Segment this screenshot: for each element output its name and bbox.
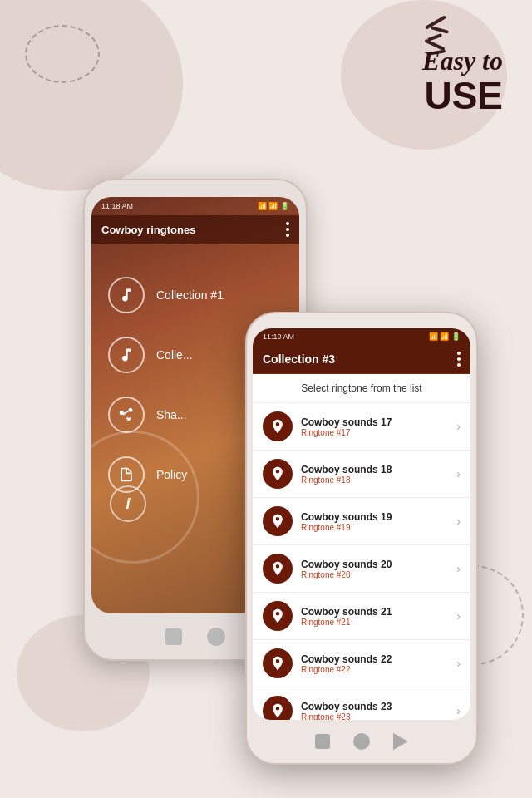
front-battery: 📶 📶 🔋	[429, 332, 461, 341]
ringtone-name: Cowboy sounds 22	[301, 653, 456, 665]
share-icon	[108, 397, 145, 433]
ringtone-item[interactable]: Cowboy sounds 22 Ringtone #22 ›	[253, 640, 470, 687]
ringtone-icon	[263, 601, 293, 631]
phone-front-screen: 11:19 AM 📶 📶 🔋 Collection #3 Select ring…	[253, 328, 470, 720]
back-nav-square[interactable]	[165, 628, 182, 645]
ringtone-chevron-right-icon: ›	[456, 609, 461, 623]
phone-back-menu-icon[interactable]	[286, 222, 289, 237]
ringtone-icon	[263, 648, 293, 678]
ringtone-info: Cowboy sounds 23 Ringtone #23	[301, 701, 456, 721]
ringtone-chevron-right-icon: ›	[456, 704, 461, 717]
collection2-icon	[108, 337, 145, 373]
phone-back-status-bar: 11:18 AM 📶 📶 🔋	[91, 197, 299, 215]
phone-back-toolbar-title: Cowboy ringtones	[101, 224, 195, 236]
ringtone-icon	[263, 696, 293, 720]
ringtone-name: Cowboy sounds 18	[301, 464, 456, 475]
ringtone-chevron-right-icon: ›	[456, 420, 461, 433]
ringtone-item[interactable]: Cowboy sounds 20 Ringtone #20 ›	[253, 545, 470, 593]
headline-easy: Easy to	[422, 46, 503, 76]
front-time: 11:19 AM	[263, 332, 294, 341]
ringtone-sub: Ringtone #17	[301, 428, 456, 437]
front-nav-home[interactable]	[353, 733, 370, 750]
back-nav-home[interactable]	[207, 628, 225, 646]
front-nav-square[interactable]	[315, 734, 330, 749]
ringtone-list: Cowboy sounds 17 Ringtone #17 › Cowboy s…	[253, 403, 470, 720]
ringtone-icon	[263, 554, 293, 584]
ringtone-item[interactable]: Cowboy sounds 19 Ringtone #19 ›	[253, 498, 470, 545]
ringtone-chevron-right-icon: ›	[456, 515, 461, 528]
ringtone-name: Cowboy sounds 17	[301, 416, 456, 428]
ringtone-name: Cowboy sounds 23	[301, 701, 456, 712]
back-menu-label-collection1: Collection #1	[156, 288, 224, 302]
phone-back-time: 11:18 AM	[101, 202, 133, 210]
front-nav-back[interactable]	[393, 733, 408, 750]
front-toolbar: Collection #3	[253, 345, 470, 374]
ringtone-icon	[263, 411, 293, 441]
info-circle[interactable]: i	[110, 485, 146, 522]
ringtone-info: Cowboy sounds 17 Ringtone #17	[301, 416, 456, 437]
phone-front-nav	[247, 720, 476, 763]
ringtone-sub: Ringtone #20	[301, 570, 456, 579]
ringtone-chevron-right-icon: ›	[456, 467, 461, 480]
ringtone-sub: Ringtone #21	[301, 618, 456, 627]
ringtone-sub: Ringtone #18	[301, 475, 456, 485]
headline-container: Easy to USE	[422, 46, 503, 115]
collection1-icon	[108, 277, 145, 313]
dashed-circle-decoration	[25, 25, 100, 83]
back-menu-label-collection2: Colle...	[156, 348, 193, 362]
ringtone-chevron-right-icon: ›	[456, 657, 461, 670]
ringtone-item[interactable]: Cowboy sounds 23 Ringtone #23 ›	[253, 687, 470, 720]
ringtone-icon	[263, 459, 293, 489]
back-menu-item-collection1[interactable]: Collection #1	[108, 277, 283, 313]
ringtone-info: Cowboy sounds 20 Ringtone #20	[301, 559, 456, 579]
ringtone-icon	[263, 506, 293, 536]
ringtone-item[interactable]: Cowboy sounds 18 Ringtone #18 ›	[253, 451, 470, 498]
ringtone-item[interactable]: Cowboy sounds 21 Ringtone #21 ›	[253, 593, 470, 640]
front-menu-icon[interactable]	[457, 352, 461, 367]
ringtone-sub: Ringtone #22	[301, 665, 456, 674]
headline-use: USE	[422, 76, 503, 115]
front-status-bar: 11:19 AM 📶 📶 🔋	[253, 328, 470, 345]
front-subtitle: Select ringtone from the list	[253, 374, 470, 403]
ringtone-sub: Ringtone #23	[301, 712, 456, 721]
ringtone-chevron-right-icon: ›	[456, 562, 461, 575]
bg-shape-top-left	[0, 0, 183, 191]
phone-front: 11:19 AM 📶 📶 🔋 Collection #3 Select ring…	[245, 312, 478, 765]
ringtone-name: Cowboy sounds 20	[301, 559, 456, 570]
ringtone-info: Cowboy sounds 21 Ringtone #21	[301, 606, 456, 627]
ringtone-info: Cowboy sounds 22 Ringtone #22	[301, 653, 456, 674]
back-menu-label-share: Sha...	[156, 408, 187, 421]
front-toolbar-title: Collection #3	[263, 352, 335, 366]
phone-back-toolbar: Cowboy ringtones	[91, 215, 299, 244]
phone-back-battery: 📶 📶 🔋	[258, 202, 289, 210]
ringtone-info: Cowboy sounds 19 Ringtone #19	[301, 511, 456, 532]
ringtone-name: Cowboy sounds 21	[301, 606, 456, 618]
ringtone-info: Cowboy sounds 18 Ringtone #18	[301, 464, 456, 485]
ringtone-name: Cowboy sounds 19	[301, 511, 456, 523]
ringtone-item[interactable]: Cowboy sounds 17 Ringtone #17 ›	[253, 403, 470, 451]
ringtone-sub: Ringtone #19	[301, 523, 456, 532]
